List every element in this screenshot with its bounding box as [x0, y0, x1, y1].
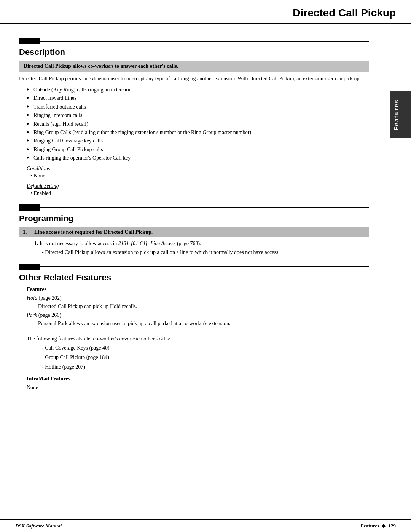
bullet-item: Ring Group Calls (by dialing either the … — [27, 128, 369, 137]
default-item: Enabled — [30, 189, 369, 198]
bullet-item: Direct Inward Lines — [27, 94, 369, 102]
bullet-item: Ringing Group Call Pickup calls — [27, 145, 369, 154]
page-container: Directed Call Pickup Features Descriptio… — [0, 0, 411, 532]
description-intro: Directed Call Pickup permits an extensio… — [19, 75, 369, 83]
footer-diamond: ◆ — [382, 523, 386, 529]
description-section: Description Directed Call Pickup allows … — [19, 38, 369, 198]
park-italic: Park — [27, 312, 37, 318]
intramail-label: IntraMail Features — [27, 376, 369, 382]
other-related-title: Other Related Features — [19, 273, 369, 283]
section-line-other — [40, 266, 369, 267]
hold-italic: Hold — [27, 295, 37, 301]
dash-item-2: Hotline (page 207) — [42, 362, 369, 372]
description-title: Description — [19, 47, 369, 57]
prog-step-header: Line access is not required for Directed… — [34, 229, 153, 235]
page-title: Directed Call Pickup — [15, 7, 396, 19]
default-label: Default Setting — [27, 183, 369, 189]
section-line-desc — [40, 41, 369, 42]
step-detail-page: (page 763). — [175, 241, 201, 246]
step-detail-num: 1. — [34, 241, 38, 246]
dash-normal-0: (page 40) — [88, 345, 110, 351]
other-related-section: Other Related Features Features Hold (pa… — [19, 264, 369, 392]
programming-header — [19, 204, 369, 211]
footer-right-label: Features — [361, 523, 379, 529]
step-detail-text: It is not necessary to allow access in — [40, 241, 118, 246]
dash-list: Call Coverage Keys (page 40) Group Call … — [42, 343, 369, 372]
side-tab: Features — [390, 91, 411, 138]
main-content: Description Directed Call Pickup allows … — [0, 24, 388, 405]
page-title-bar: Directed Call Pickup — [0, 0, 411, 24]
step-detail: 1. It is not necessary to allow access i… — [34, 240, 369, 248]
description-highlight: Directed Call Pickup allows co-workers t… — [19, 61, 369, 72]
page-footer: DSX Software Manual Features ◆ 129 — [0, 519, 411, 532]
bullet-item: Transferred outside calls — [27, 103, 369, 111]
dash-item-0: Call Coverage Keys (page 40) — [42, 343, 369, 353]
footer-right: Features ◆ 129 — [361, 523, 396, 529]
programming-title: Programming — [19, 214, 369, 224]
description-bullets: Outside (Key Ring) calls ringing an exte… — [27, 86, 369, 163]
dash-italic-2: Hotline — [45, 364, 61, 370]
dash-italic-0: Call Coverage Keys — [45, 345, 88, 351]
related-block: Features Hold (page 202) Directed Call P… — [27, 286, 369, 392]
bullet-item: Ringing Call Coverage key calls — [27, 137, 369, 145]
bullet-item: Ringing Intercom calls — [27, 111, 369, 120]
section-line-prog — [40, 207, 369, 208]
programming-section: Programming 1. Line access is not requir… — [19, 204, 369, 257]
prog-step-num: 1. — [23, 229, 34, 235]
park-page: (page 266) — [37, 312, 61, 318]
hold-page: (page 202) — [37, 295, 62, 301]
dash-item-1: Group Call Pickup (page 184) — [42, 353, 369, 362]
dash-normal-2: (page 207) — [61, 364, 85, 370]
defaults-list: Enabled — [30, 189, 369, 198]
conditions-list: None — [30, 172, 369, 180]
intramail-value: None — [27, 383, 369, 392]
bullet-item: Calls ringing the operator's Operator Ca… — [27, 154, 369, 162]
hold-item: Hold (page 202) — [27, 294, 369, 302]
section-bar-other — [19, 264, 40, 270]
bullet-item: Outside (Key Ring) calls ringing an exte… — [27, 86, 369, 94]
dash-italic-1: Group Call Pickup — [45, 355, 85, 360]
park-item: Park (page 266) — [27, 311, 369, 320]
hold-desc: Directed Call Pickup can pick up Hold re… — [38, 302, 369, 311]
also-text: The following features also let co-worke… — [27, 335, 369, 343]
step-sub: - Directed Call Pickup allows an extensi… — [42, 248, 369, 257]
bullet-item: Recalls (e.g., Hold recall) — [27, 120, 369, 128]
park-desc: Personal Park allows an extension user t… — [38, 320, 369, 328]
step-detail-italic: 2131-[01-64]: Line Access — [118, 241, 176, 246]
conditions-label: Conditions — [27, 166, 369, 172]
footer-left: DSX Software Manual — [15, 523, 62, 529]
dash-normal-1: (page 184) — [85, 355, 109, 360]
other-related-header — [19, 264, 369, 270]
section-bar-desc — [19, 38, 40, 44]
prog-step-row: 1. Line access is not required for Direc… — [19, 227, 369, 237]
features-label: Features — [27, 286, 369, 292]
footer-page-num: 129 — [389, 523, 396, 529]
condition-item: None — [30, 172, 369, 180]
description-header — [19, 38, 369, 44]
section-bar-prog — [19, 204, 40, 211]
